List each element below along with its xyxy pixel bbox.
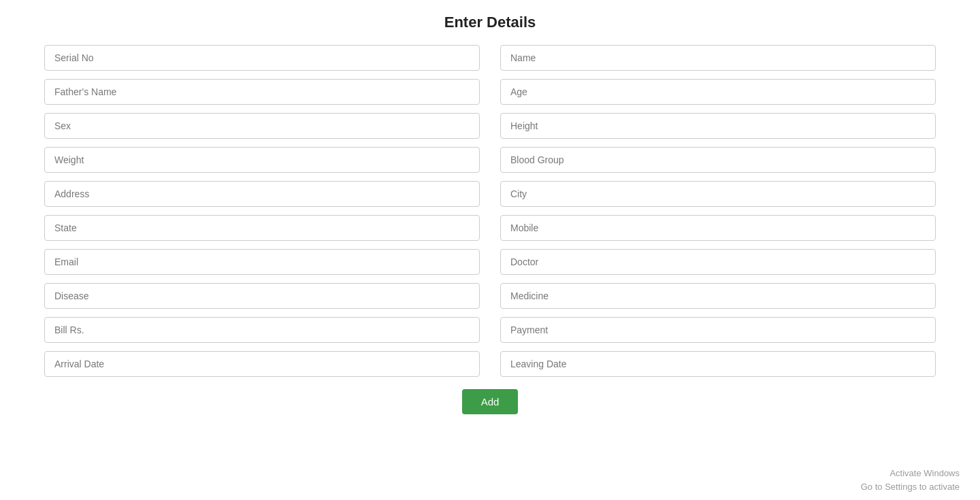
page-title: Enter Details xyxy=(444,14,536,31)
doctor-input[interactable] xyxy=(500,249,936,275)
fathers-name-input[interactable] xyxy=(44,79,480,105)
sex-input[interactable] xyxy=(44,113,480,139)
bill-rs-input[interactable] xyxy=(44,317,480,343)
arrival-date-input[interactable] xyxy=(44,351,480,377)
name-input[interactable] xyxy=(500,45,936,71)
mobile-input[interactable] xyxy=(500,215,936,241)
payment-input[interactable] xyxy=(500,317,936,343)
age-input[interactable] xyxy=(500,79,936,105)
city-input[interactable] xyxy=(500,181,936,207)
serial-no-input[interactable] xyxy=(44,45,480,71)
medicine-input[interactable] xyxy=(500,283,936,309)
leaving-date-input[interactable] xyxy=(500,351,936,377)
form-grid xyxy=(44,45,936,377)
height-input[interactable] xyxy=(500,113,936,139)
address-input[interactable] xyxy=(44,181,480,207)
activate-windows-notice: Activate Windows Go to Settings to activ… xyxy=(861,467,960,493)
state-input[interactable] xyxy=(44,215,480,241)
disease-input[interactable] xyxy=(44,283,480,309)
email-input[interactable] xyxy=(44,249,480,275)
button-row: Add xyxy=(41,389,939,414)
add-button[interactable]: Add xyxy=(462,389,519,414)
blood-group-input[interactable] xyxy=(500,147,936,173)
weight-input[interactable] xyxy=(44,147,480,173)
